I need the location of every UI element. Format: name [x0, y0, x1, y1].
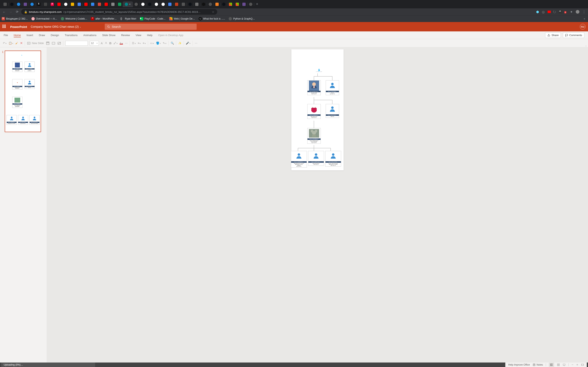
bookmark[interactable]: Rafter - WordRefer… — [91, 17, 117, 20]
browser-tab[interactable] — [96, 1, 103, 7]
browser-tab[interactable] — [139, 1, 146, 7]
browser-tab[interactable] — [15, 1, 22, 7]
browser-tab[interactable] — [186, 1, 194, 7]
notes-button[interactable]: Notes — [533, 363, 543, 366]
find-button[interactable]: 🔍 — [171, 42, 174, 45]
browser-tab[interactable] — [247, 1, 254, 7]
tab-slide-show[interactable]: Slide Show — [102, 33, 115, 37]
slide-sorter-button[interactable] — [557, 363, 560, 366]
slide-thumbnail[interactable]: 💧 Name recFFWVnTnan…Founder & CEONew Yor… — [5, 50, 41, 132]
browser-tab[interactable] — [213, 1, 221, 7]
browser-tab[interactable] — [28, 1, 35, 7]
browser-tab[interactable] — [146, 1, 153, 7]
browser-tab[interactable] — [82, 1, 89, 7]
tab-animations[interactable]: Animations — [83, 33, 96, 37]
layout-button[interactable] — [46, 42, 50, 45]
font-family-select[interactable] — [65, 41, 88, 46]
tab-file[interactable]: File — [4, 33, 8, 37]
highlight-button[interactable]: 🖍▾ — [113, 42, 118, 45]
search-input[interactable] — [112, 25, 194, 28]
bookmark[interactable]: What the fuck is ….. — [199, 17, 225, 20]
dictate-button[interactable]: 🎤▾ — [186, 42, 190, 45]
numbering-button[interactable]: ≡▾ — [138, 42, 141, 45]
browser-tab[interactable] — [55, 1, 62, 7]
collapse-ribbon-icon[interactable]: ⌄ — [585, 44, 587, 47]
browser-tab[interactable] — [109, 1, 116, 7]
browser-tab-active[interactable]: ✕ — [123, 1, 133, 7]
share-button[interactable]: Share — [545, 33, 561, 38]
open-in-desktop-button[interactable]: Open in Desktop App — [158, 33, 183, 37]
back-button[interactable]: ← — [2, 9, 7, 14]
extensions-puzzle-icon[interactable]: ✦ — [570, 10, 574, 14]
tab-review[interactable]: Review — [121, 33, 130, 37]
bookmark[interactable]: ▶PlayCode - Code… — [140, 17, 165, 20]
zoom-out-button[interactable]: − — [571, 363, 573, 367]
font-color-button[interactable]: A▾ — [120, 42, 123, 45]
browser-tab[interactable] — [1, 1, 9, 7]
bookmark[interactable]: MВходящие (2 382… — [2, 17, 28, 20]
reload-button[interactable]: ⟳ — [15, 9, 20, 14]
tab-help[interactable]: Help — [147, 33, 153, 37]
browser-tab[interactable] — [180, 1, 187, 7]
designer-button[interactable]: ✨ — [178, 42, 182, 45]
close-tab-icon[interactable]: ✕ — [129, 3, 131, 6]
zoom-in-button[interactable]: + — [576, 363, 578, 367]
browser-tab[interactable] — [159, 1, 167, 7]
extension-icon[interactable]: ⭮ — [553, 10, 557, 14]
browser-tab[interactable] — [69, 1, 76, 7]
browser-tab[interactable] — [220, 1, 227, 7]
extension-icon[interactable]: ◎ — [542, 10, 545, 14]
more-font-icon[interactable]: ⋯ — [125, 42, 128, 45]
browser-tab[interactable] — [166, 1, 173, 7]
tab-insert[interactable]: Insert — [26, 33, 33, 37]
search-box[interactable] — [105, 24, 197, 30]
extension-icon[interactable]: JB — [559, 10, 562, 14]
shape-fill-button[interactable]: 🪣▾ — [156, 42, 161, 45]
new-slide-button[interactable]: New Slide — [27, 42, 44, 45]
browser-tab[interactable] — [42, 1, 49, 7]
tab-view[interactable]: View — [136, 33, 141, 37]
delete-button[interactable]: ✕ — [20, 41, 23, 45]
tab-transitions[interactable]: Transitions — [65, 33, 78, 37]
bookmark[interactable]: Welcome | Codeb… — [61, 17, 87, 20]
document-title[interactable]: Company Name ORG Chart views (2)⌄ — [31, 25, 81, 28]
increase-font-button[interactable]: Aˆ — [101, 42, 103, 45]
browser-tab[interactable] — [22, 1, 29, 7]
forward-button[interactable]: → — [8, 9, 13, 14]
font-size-select[interactable]: 12▾ — [90, 41, 99, 46]
shape-outline-button[interactable]: ✎▾ — [163, 42, 166, 45]
browser-tab[interactable] — [207, 1, 214, 7]
paste-button[interactable]: 📋▾ — [9, 42, 13, 45]
help-improve-link[interactable]: Help Improve Office — [508, 363, 530, 366]
extension-icon[interactable] — [548, 11, 551, 13]
browser-tab[interactable] — [89, 1, 96, 7]
browser-tab[interactable] — [200, 1, 207, 7]
format-painter-button[interactable]: 🖌 — [15, 42, 18, 45]
align-button[interactable]: ≡▾ — [143, 42, 146, 45]
browser-tab[interactable] — [240, 1, 247, 7]
star-icon[interactable]: ☆ — [212, 10, 214, 13]
browser-tab[interactable] — [116, 1, 123, 7]
app-launcher-icon[interactable] — [2, 25, 7, 29]
section-button[interactable] — [57, 42, 61, 45]
user-avatar[interactable]: ВШ — [580, 24, 586, 30]
more-commands-icon[interactable]: ⋯ — [195, 42, 198, 45]
browser-tab[interactable] — [132, 1, 140, 7]
tab-home[interactable]: Home — [14, 33, 21, 37]
bookmark[interactable]: Web | Google De… — [169, 17, 195, 20]
bookmarks-overflow-icon[interactable]: » — [584, 17, 586, 20]
browser-tab[interactable] — [193, 1, 200, 7]
comments-button[interactable]: Comments — [563, 33, 584, 38]
slide[interactable]: 💧 COMPANY NAME Name recFFWVnTnan… Founde… — [291, 49, 344, 170]
new-tab-button[interactable]: + — [254, 2, 260, 6]
browser-tab[interactable] — [8, 1, 15, 7]
shapes-button[interactable]: ▭▾ — [150, 42, 154, 45]
profile-avatar[interactable] — [576, 10, 579, 14]
undo-button[interactable]: ↶▾ — [3, 42, 7, 45]
kebab-menu-icon[interactable]: ⋮ — [581, 9, 586, 14]
browser-tab[interactable] — [173, 1, 180, 7]
extension-icon[interactable]: 6 — [564, 10, 568, 14]
extension-icon[interactable]: ⬢ — [536, 10, 540, 14]
normal-view-button[interactable] — [549, 363, 554, 367]
slide-canvas-area[interactable]: 💧 COMPANY NAME Name recFFWVnTnan… Founde… — [47, 47, 588, 363]
